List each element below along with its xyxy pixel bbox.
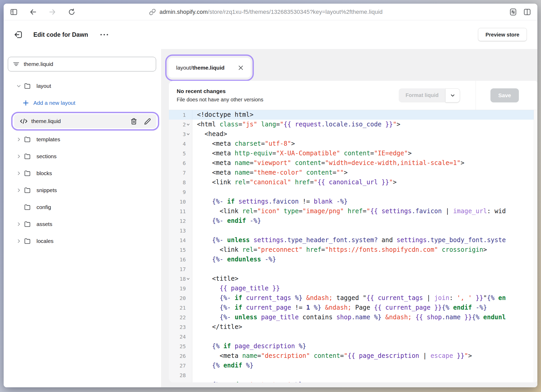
code-line[interactable]: 7 <meta name="theme-color" content="">: [169, 168, 537, 177]
code-line[interactable]: 21 {%- if current_page != 1 %} &ndash; P…: [169, 303, 537, 313]
code-line[interactable]: 1<!doctype html>: [169, 110, 537, 120]
sidebar-item-locales[interactable]: locales: [8, 235, 156, 247]
split-view-icon[interactable]: [523, 8, 531, 16]
code-line[interactable]: 23 </title>: [169, 322, 537, 332]
line-number: 29: [169, 380, 192, 382]
fold-spacer: [186, 228, 191, 233]
chevron-down-icon[interactable]: [445, 88, 460, 102]
code-line[interactable]: 6 <meta name="viewport" content="width=d…: [169, 158, 537, 168]
code-line[interactable]: 11 <link rel="icon" type="image/png" hre…: [169, 206, 537, 216]
code-text: {%- if current_page != 1 %} &ndash; Page…: [192, 303, 537, 313]
code-line[interactable]: 13: [169, 226, 537, 235]
code-line[interactable]: 26 <meta name="description" content="{{ …: [169, 351, 537, 361]
code-line[interactable]: 19 {{ page_title }}: [169, 284, 537, 293]
reload-icon[interactable]: [68, 8, 76, 16]
close-icon[interactable]: [238, 65, 244, 71]
sidebar-item-layout[interactable]: layout: [8, 80, 156, 92]
line-number: 9: [169, 187, 192, 197]
sidebar-item-snippets[interactable]: snippets: [8, 185, 156, 196]
chevron-right-icon[interactable]: [16, 238, 24, 244]
code-line[interactable]: 17: [169, 264, 537, 274]
back-button-icon[interactable]: [29, 8, 37, 16]
save-button[interactable]: Save: [490, 88, 519, 102]
fold-spacer: [186, 257, 191, 262]
preview-store-button[interactable]: Preview store: [478, 28, 527, 41]
fold-spacer: [186, 305, 191, 310]
chevron-right-icon[interactable]: [16, 222, 24, 227]
code-line[interactable]: 27 {% endif %}: [169, 361, 537, 370]
address-bar[interactable]: admin.shopify.com/store/rzq1xu-f5/themes…: [149, 4, 383, 20]
trash-icon[interactable]: [130, 118, 137, 125]
sidebar-item-templates[interactable]: templates: [8, 134, 156, 145]
tab-theme-liquid[interactable]: layout/theme.liquid: [168, 58, 251, 78]
fold-icon[interactable]: [186, 277, 191, 281]
tree-item-label: config: [36, 204, 51, 210]
sidebar-item-sections[interactable]: sections: [8, 151, 156, 162]
file-search-box[interactable]: [8, 57, 156, 71]
code-line[interactable]: 4 <meta charset="utf-8">: [169, 139, 537, 149]
tree-item-label: layout: [36, 83, 51, 89]
code-line[interactable]: 2<html class="js" lang="{{ request.local…: [169, 120, 537, 129]
sidebar-item-config[interactable]: config: [8, 201, 156, 213]
fold-spacer: [186, 248, 191, 252]
folder-icon: [24, 238, 33, 244]
line-number: 25: [169, 341, 192, 351]
sidebar-item-assets[interactable]: assets: [8, 218, 156, 230]
fold-spacer: [186, 354, 191, 358]
chevron-right-icon[interactable]: [16, 171, 24, 176]
chevron-right-icon[interactable]: [16, 188, 24, 193]
browser-settings-icon[interactable]: [509, 8, 517, 16]
more-actions-icon[interactable]: [99, 30, 109, 39]
code-line[interactable]: 8 <link rel="canonical" href="{{ canonic…: [169, 177, 537, 187]
code-text: <title>: [192, 274, 537, 284]
code-line[interactable]: 18 <title>: [169, 274, 537, 284]
editor-scrollbar[interactable]: [534, 110, 537, 382]
line-number: 19: [169, 284, 192, 293]
line-number: 12: [169, 216, 192, 226]
fold-spacer: [186, 344, 191, 349]
code-editor[interactable]: 1<!doctype html>2<html class="js" lang="…: [169, 110, 537, 382]
chevron-down-icon[interactable]: [16, 83, 24, 89]
code-line[interactable]: 24: [169, 332, 537, 341]
status-subtitle: File does not have any other versions: [177, 97, 263, 103]
folder-icon: [24, 170, 33, 177]
code-text: {{ page_title }}: [192, 284, 537, 293]
code-text: {%- unless page_title contains shop.name…: [192, 313, 537, 322]
line-number: 6: [169, 158, 192, 168]
code-line[interactable]: 3 <head>: [169, 129, 537, 139]
code-line[interactable]: 15 <link rel="preconnect" href="https://…: [169, 245, 537, 255]
chevron-right-icon[interactable]: [16, 154, 24, 159]
code-line[interactable]: 20 {%- if current_tags %} &ndash; tagged…: [169, 293, 537, 303]
format-liquid-button[interactable]: Format liquid: [399, 88, 445, 102]
code-line[interactable]: 29 {% render 'meta-tags' %}: [169, 380, 537, 382]
add-new-layout-link[interactable]: Add a new layout: [8, 97, 156, 109]
code-line[interactable]: 28: [169, 370, 537, 380]
code-text: </title>: [192, 322, 537, 332]
tab-label: layout/theme.liquid: [176, 65, 225, 71]
search-input[interactable]: [24, 61, 151, 67]
code-line[interactable]: 25 {% if page_description %}: [169, 341, 537, 351]
sidebar-toggle-icon[interactable]: [10, 8, 18, 16]
code-line[interactable]: 12 {%- endif -%}: [169, 216, 537, 226]
exit-editor-icon[interactable]: [14, 30, 23, 39]
chevron-right-icon[interactable]: [16, 137, 24, 142]
fold-spacer: [186, 325, 191, 329]
sidebar-item-blocks[interactable]: blocks: [8, 168, 156, 179]
code-text: {% render 'meta-tags' %}: [192, 380, 537, 382]
code-line[interactable]: 5 <meta http-equiv="X-UA-Compatible" con…: [169, 149, 537, 158]
code-line[interactable]: 14 {%- unless settings.type_header_font.…: [169, 235, 537, 245]
forward-button-icon[interactable]: [48, 8, 56, 16]
line-number: 1: [169, 110, 192, 120]
pencil-icon[interactable]: [144, 118, 151, 125]
fold-icon[interactable]: [186, 122, 191, 127]
code-text: <meta charset="utf-8">: [192, 139, 537, 149]
code-line[interactable]: 16 {%- endunless -%}: [169, 255, 537, 264]
code-line[interactable]: 10 {%- if settings.favicon != blank -%}: [169, 197, 537, 206]
code-line[interactable]: 22 {%- unless page_title contains shop.n…: [169, 313, 537, 322]
tree-item-label: assets: [36, 221, 52, 227]
fold-spacer: [186, 219, 191, 223]
code-line[interactable]: 9: [169, 187, 537, 197]
fold-icon[interactable]: [186, 132, 191, 137]
fold-spacer: [186, 209, 191, 214]
sidebar-item-theme-liquid[interactable]: theme.liquid: [14, 114, 156, 128]
